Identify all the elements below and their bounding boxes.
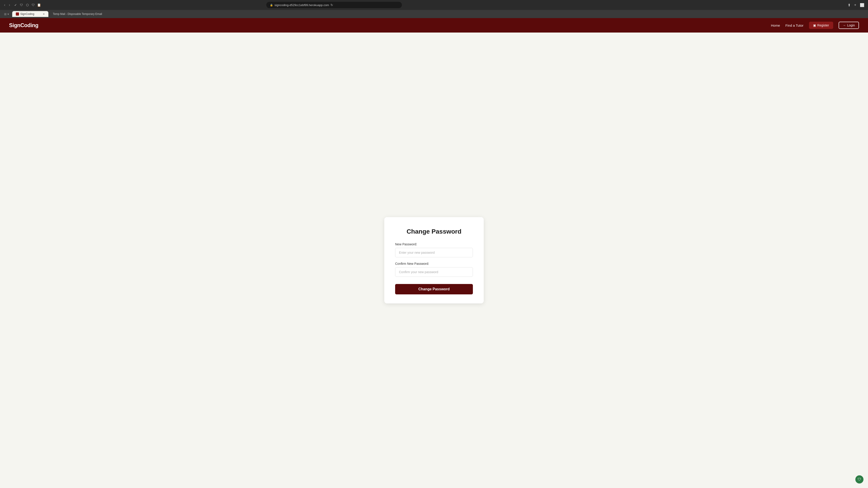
shield-icon: 🛡: [858, 477, 861, 482]
new-password-group: New Password:: [395, 242, 473, 257]
new-tab-button[interactable]: +: [853, 2, 857, 8]
nav-links: Home Find a Tutor ▣ Register → Login: [771, 22, 859, 29]
login-button[interactable]: → Login: [839, 22, 859, 29]
extension-icon-2: 🛡: [19, 3, 24, 7]
change-password-form: New Password: Confirm New Password: Chan…: [395, 242, 473, 294]
new-password-input[interactable]: [395, 248, 473, 257]
confirm-password-group: Confirm New Password:: [395, 262, 473, 277]
register-label: Register: [817, 24, 829, 27]
address-bar[interactable]: 🔒 signcoding-d529cc1ebf99.herokuapp.com …: [266, 2, 402, 8]
reload-button[interactable]: ↻: [331, 3, 333, 7]
login-icon: →: [843, 24, 846, 27]
back-button[interactable]: ‹: [3, 2, 6, 8]
tab-close-button[interactable]: ✕: [43, 13, 45, 15]
tab-bar: ⊞ ▾ SignCoding ✕ Temp Mail - Disposable …: [0, 10, 868, 18]
shield-badge: 🛡: [855, 475, 864, 484]
active-tab[interactable]: SignCoding ✕: [12, 11, 49, 17]
forward-button[interactable]: ›: [7, 2, 11, 8]
other-tab[interactable]: Temp Mail - Disposable Temporary Email: [50, 11, 105, 17]
register-icon: ▣: [813, 24, 816, 27]
submit-button[interactable]: Change Password: [395, 284, 473, 294]
extension-icon-5: 📋: [37, 3, 41, 7]
nav-home-link[interactable]: Home: [771, 24, 780, 27]
login-label: Login: [847, 24, 855, 27]
extension-icons: ✓ 🛡 ⬡ 🛡 📋: [13, 3, 41, 7]
nav-buttons: ‹ ›: [3, 2, 11, 8]
navbar: SignCoding Home Find a Tutor ▣ Register …: [0, 18, 868, 33]
extension-icon-3: ⬡: [25, 3, 30, 7]
register-button[interactable]: ▣ Register: [809, 22, 833, 29]
other-tab-title: Temp Mail - Disposable Temporary Email: [53, 12, 102, 15]
logo[interactable]: SignCoding: [9, 22, 38, 29]
tab-favicon: [16, 12, 19, 15]
url-text: signcoding-d529cc1ebf99.herokuapp.com: [274, 3, 329, 7]
nav-find-tutor-link[interactable]: Find a Tutor: [785, 24, 804, 27]
change-password-card: Change Password New Password: Confirm Ne…: [384, 217, 484, 303]
sidebar-button[interactable]: ⬜: [859, 2, 865, 8]
confirm-password-input[interactable]: [395, 267, 473, 277]
new-password-label: New Password:: [395, 242, 473, 246]
extension-icon-1: ✓: [13, 3, 18, 7]
confirm-password-label: Confirm New Password:: [395, 262, 473, 265]
tab-list-button[interactable]: ⊞ ▾: [3, 11, 10, 17]
main-content: Change Password New Password: Confirm Ne…: [0, 33, 868, 488]
extension-icon-4: 🛡: [31, 3, 35, 7]
tab-title: SignCoding: [20, 12, 34, 15]
share-button[interactable]: ⬆: [847, 2, 851, 8]
browser-toolbar: ‹ › ✓ 🛡 ⬡ 🛡 📋 🔒 signcoding-d529cc1ebf99.…: [0, 0, 868, 10]
right-toolbar: ⬆ + ⬜: [847, 2, 865, 8]
lock-icon: 🔒: [270, 4, 273, 6]
card-title: Change Password: [395, 228, 473, 235]
